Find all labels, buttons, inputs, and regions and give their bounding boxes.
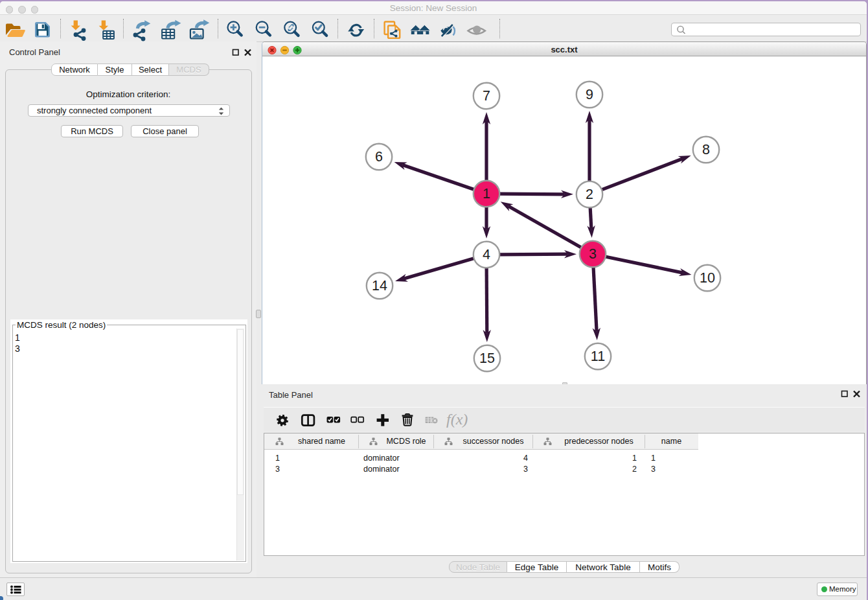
- svg-text:3: 3: [589, 246, 597, 262]
- svg-text:8: 8: [702, 142, 710, 157]
- svg-text:1: 1: [483, 186, 490, 202]
- svg-text:10: 10: [700, 270, 715, 286]
- svg-text:14: 14: [372, 278, 387, 294]
- svg-text:15: 15: [479, 351, 495, 366]
- svg-text:2: 2: [586, 187, 593, 202]
- svg-text:9: 9: [586, 87, 593, 102]
- svg-text:11: 11: [591, 349, 605, 364]
- svg-text:6: 6: [375, 149, 383, 165]
- svg-text:7: 7: [483, 88, 490, 104]
- svg-text:f(x): f(x): [446, 411, 468, 428]
- svg-text:4: 4: [483, 247, 490, 262]
